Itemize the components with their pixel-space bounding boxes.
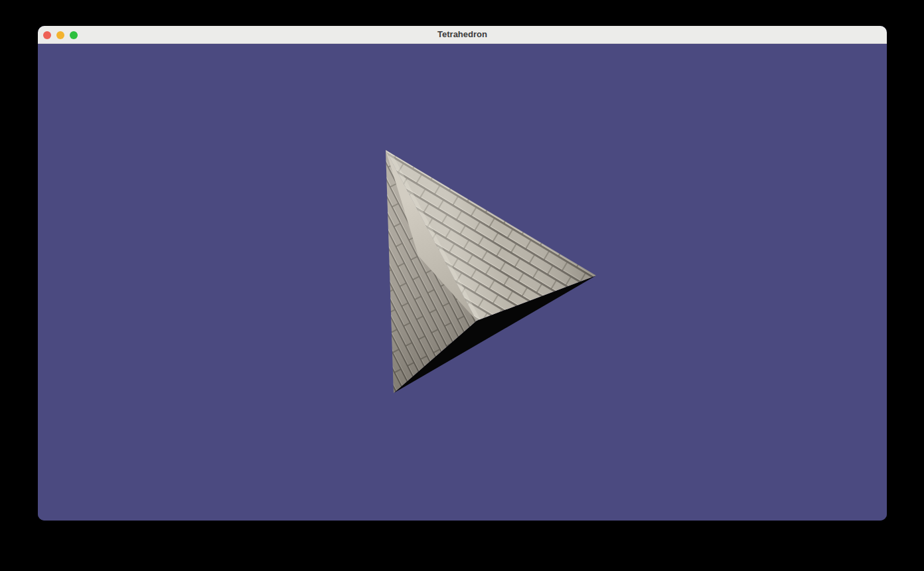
render-viewport[interactable] <box>38 44 887 521</box>
app-window: Tetrahedron <box>38 26 887 521</box>
window-title: Tetrahedron <box>38 26 887 43</box>
minimize-button[interactable] <box>56 31 64 39</box>
titlebar[interactable]: Tetrahedron <box>38 26 887 44</box>
close-button[interactable] <box>43 31 51 39</box>
tetrahedron-render <box>38 44 887 521</box>
traffic-lights <box>43 26 78 44</box>
zoom-button[interactable] <box>70 31 78 39</box>
